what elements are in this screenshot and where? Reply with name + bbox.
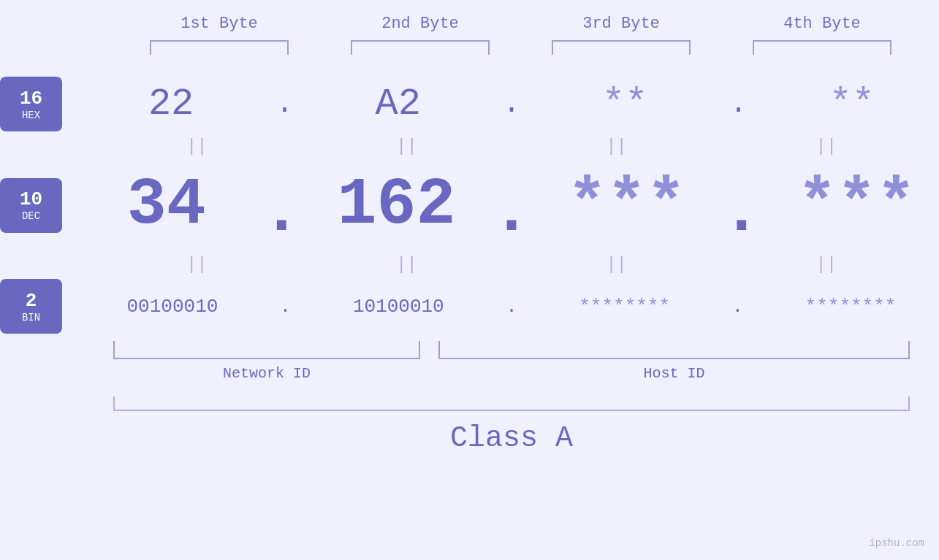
dec-number: 10: [20, 188, 42, 210]
hex-val-4: **: [783, 83, 921, 126]
bracket-4: [753, 40, 892, 55]
main-container: 1st Byte 2nd Byte 3rd Byte 4th Byte 16 H…: [0, 0, 939, 560]
class-section: Class A: [113, 396, 910, 455]
dec-values: 34 . 162 . *** . ***: [84, 161, 939, 250]
dec-val-4: ***: [787, 168, 926, 242]
hex-dot-1: .: [275, 88, 293, 120]
hex-label-box: 16 HEX: [0, 77, 62, 131]
network-host-section: Network ID Host ID: [113, 341, 910, 382]
eq-3: ||: [547, 137, 686, 156]
bin-dot-3: .: [732, 296, 744, 318]
bin-dot-2: .: [506, 296, 517, 318]
eq-2: ||: [337, 137, 476, 156]
bin-val-1: 00100010: [103, 296, 242, 318]
bin-values: 00100010 . 10100010 . ******** . *******…: [84, 296, 939, 318]
eq-6: ||: [337, 255, 476, 275]
hex-val-3: **: [555, 83, 694, 126]
bin-text: BIN: [22, 312, 40, 323]
dec-label-box: 10 DEC: [0, 178, 62, 233]
hex-values: 22 . A2 . ** . **: [84, 83, 939, 126]
bracket-2: [351, 40, 490, 55]
hex-number: 16: [20, 88, 42, 110]
bracket-3: [552, 40, 691, 55]
dec-dot-3: .: [722, 175, 761, 250]
bin-row: 2 BIN 00100010 . 10100010 . ******** . *…: [0, 279, 939, 334]
eq-7: ||: [547, 255, 686, 275]
host-bracket: [438, 341, 910, 359]
bracket-1: [150, 40, 289, 55]
dec-text: DEC: [22, 210, 40, 222]
bottom-brackets: [113, 341, 910, 359]
watermark: ipshu.com: [869, 537, 924, 549]
dec-val-2: 162: [327, 168, 466, 242]
eq-8: ||: [757, 255, 896, 275]
eq-1: ||: [127, 137, 266, 156]
dec-val-3: ***: [557, 168, 696, 242]
bin-number: 2: [26, 290, 37, 312]
dec-row: 10 DEC 34 . 162 . *** . ***: [0, 161, 939, 250]
byte-header-4: 4th Byte: [742, 15, 902, 33]
dec-val-1: 34: [97, 168, 236, 242]
bin-dot-1: .: [280, 296, 292, 318]
hex-val-2: A2: [329, 83, 468, 126]
byte-header-1: 1st Byte: [139, 15, 300, 33]
bin-val-2: 10100010: [329, 296, 468, 318]
eq-5: ||: [127, 255, 266, 275]
host-id-label: Host ID: [438, 365, 910, 382]
bin-val-3: ********: [555, 296, 694, 318]
top-brackets: [119, 40, 923, 55]
network-bracket: [113, 341, 420, 359]
class-label: Class A: [113, 422, 910, 455]
bin-label-box: 2 BIN: [0, 279, 62, 334]
equals-row-1: || || || ||: [113, 131, 910, 161]
byte-headers-row: 1st Byte 2nd Byte 3rd Byte 4th Byte: [119, 15, 923, 33]
hex-row: 16 HEX 22 . A2 . ** . **: [0, 77, 939, 131]
dec-dot-1: .: [262, 175, 301, 250]
dec-dot-2: .: [492, 175, 531, 250]
bin-val-4: ********: [781, 296, 920, 318]
eq-4: ||: [757, 137, 896, 156]
hex-dot-3: .: [729, 88, 747, 120]
network-id-label: Network ID: [113, 365, 420, 382]
byte-header-3: 3rd Byte: [541, 15, 702, 33]
hex-val-1: 22: [102, 83, 240, 126]
equals-row-2: || || || ||: [113, 250, 910, 279]
byte-header-2: 2nd Byte: [340, 15, 501, 33]
class-bracket: [113, 396, 910, 411]
id-labels: Network ID Host ID: [113, 365, 910, 382]
hex-text: HEX: [22, 110, 40, 121]
hex-dot-2: .: [503, 88, 520, 120]
